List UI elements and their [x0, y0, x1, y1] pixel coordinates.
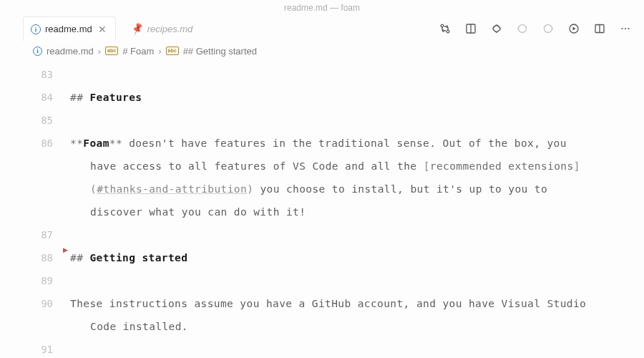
code-text: Code installed.	[90, 315, 644, 338]
window-title: readme.md — foam	[0, 0, 644, 16]
code-line: 85	[0, 109, 644, 132]
code-line: 91	[0, 338, 644, 358]
svg-point-9	[628, 28, 629, 29]
more-actions-icon[interactable]	[617, 20, 634, 37]
code-text: (#thanks-and-attribution) you choose to …	[90, 178, 644, 200]
chevron-right-icon: ›	[98, 46, 101, 57]
info-icon: i	[31, 24, 41, 34]
svg-point-3	[519, 25, 527, 33]
code-text: discover what you can do with it!	[90, 200, 644, 223]
tab-recipes[interactable]: 📌 recipes.md	[125, 16, 200, 41]
tab-readme[interactable]: i readme.md ✕	[23, 16, 116, 41]
run-icon[interactable]	[565, 20, 582, 37]
code-text: These instructions assume you have a Git…	[70, 292, 644, 315]
code-text: **Foam** doesn't have features in the tr…	[70, 132, 644, 155]
breadcrumb-h1[interactable]: abc # Foam	[105, 46, 154, 57]
tab-label: readme.md	[45, 24, 92, 34]
open-preview-icon[interactable]	[462, 20, 479, 37]
line-number: 89	[0, 269, 70, 292]
breadcrumb-h2[interactable]: abc ## Getting started	[166, 46, 257, 57]
code-line: discover what you can do with it!	[0, 200, 644, 223]
svg-point-4	[545, 25, 552, 33]
split-editor-icon[interactable]	[591, 20, 608, 37]
chevron-right-icon: ›	[158, 46, 161, 57]
tab-bar: i readme.md ✕ 📌 recipes.md	[0, 16, 644, 42]
line-number: 86	[0, 132, 70, 155]
breadcrumb-label: readme.md	[47, 46, 94, 57]
current-line-indicator-icon: ▶	[63, 246, 68, 253]
line-number: 83	[0, 63, 70, 86]
code-text: ## Getting started	[70, 246, 644, 269]
code-text: ## Features	[70, 86, 644, 109]
pin-icon: 📌	[130, 21, 145, 36]
editor-actions	[436, 16, 634, 42]
compare-changes-icon[interactable]	[436, 20, 454, 37]
code-line: have access to all features of VS Code a…	[0, 155, 644, 178]
line-number: 84	[0, 86, 70, 109]
code-line: 87	[0, 223, 644, 246]
code-line: Code installed.	[0, 315, 644, 338]
heading-icon: abc	[166, 47, 179, 55]
code-text: have access to all features of VS Code a…	[90, 155, 644, 178]
line-number: 90	[0, 292, 70, 315]
code-line: 83	[0, 63, 644, 86]
code-line: 86**Foam** doesn't have features in the …	[0, 132, 644, 155]
line-number: 87	[0, 223, 70, 246]
line-number: 85	[0, 109, 70, 132]
breadcrumb[interactable]: i readme.md › abc # Foam › abc ## Gettin…	[0, 42, 644, 60]
heading-icon: abc	[105, 47, 118, 55]
code-line: 89	[0, 269, 644, 292]
info-icon: i	[33, 47, 42, 56]
code-line: 84## Features	[0, 86, 644, 109]
breadcrumb-file[interactable]: i readme.md	[33, 46, 94, 57]
svg-point-8	[625, 28, 626, 29]
breadcrumb-label: # Foam	[122, 46, 154, 57]
line-number: 88	[0, 246, 70, 269]
svg-point-0	[441, 24, 444, 27]
prev-change-icon[interactable]	[514, 20, 531, 37]
code-line: ▶88## Getting started	[0, 246, 644, 269]
svg-point-7	[621, 28, 623, 29]
breadcrumb-label: ## Getting started	[183, 46, 257, 57]
code-line: 90These instructions assume you have a G…	[0, 292, 644, 315]
next-change-icon[interactable]	[540, 20, 557, 37]
tab-label: recipes.md	[147, 24, 193, 34]
editor[interactable]: 83 84## Features 85 86**Foam** doesn't h…	[0, 60, 644, 358]
svg-point-1	[447, 30, 449, 33]
close-icon[interactable]: ✕	[97, 24, 108, 35]
code-line: (#thanks-and-attribution) you choose to …	[0, 178, 644, 200]
show-backlinks-icon[interactable]	[488, 20, 505, 37]
line-number: 91	[0, 338, 70, 358]
